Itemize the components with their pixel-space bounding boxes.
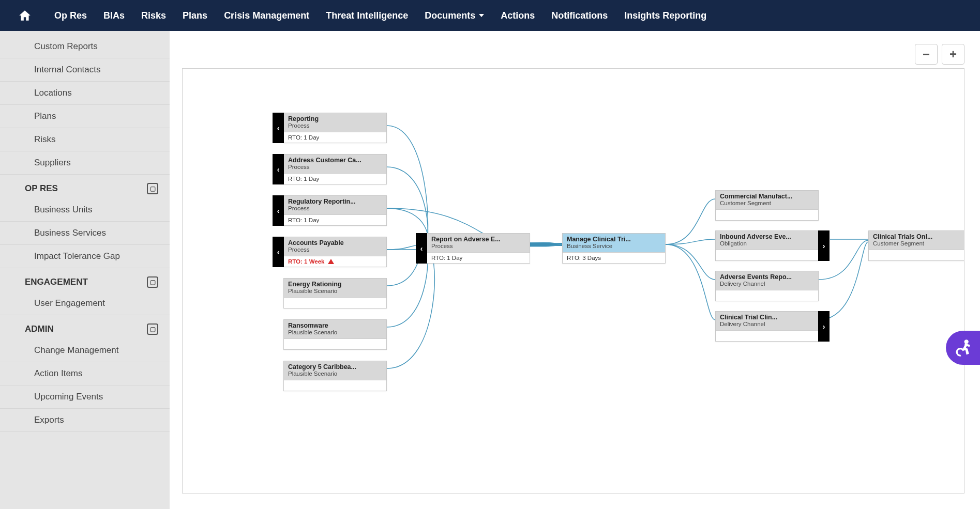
sidebar: Custom Reports Internal Contacts Locatio…	[0, 31, 170, 509]
zoom-out-button[interactable]: −	[915, 44, 938, 65]
accessibility-button[interactable]	[946, 331, 980, 365]
node-clinical-trial-clin[interactable]: Clinical Trial Clin...Delivery Channel ›	[715, 311, 819, 342]
node-reporting[interactable]: ‹ ReportingProcess RTO: 1 Day	[283, 113, 387, 143]
sidebar-item-risks[interactable]: Risks	[0, 128, 170, 151]
node-rto: RTO: 1 Day	[284, 214, 386, 225]
node-rto: RTO: 1 Day	[284, 132, 386, 143]
nav-op-res[interactable]: Op Res	[46, 10, 95, 21]
node-foot-empty	[716, 330, 818, 341]
node-foot-empty	[716, 290, 818, 301]
nav-threat-intelligence[interactable]: Threat Intelligence	[318, 10, 416, 21]
sidebar-item-custom-reports[interactable]: Custom Reports	[0, 35, 170, 58]
nav-bias[interactable]: BIAs	[95, 10, 133, 21]
main-canvas-area: − +	[170, 31, 980, 509]
node-foot-empty	[716, 250, 818, 260]
node-clinical-trials-onl[interactable]: Clinical Trials Onl...Customer Segment	[868, 230, 964, 261]
warning-icon	[328, 259, 334, 264]
node-manage-clinical-trials[interactable]: Manage Clinical Tri...Business Service R…	[562, 233, 666, 264]
sidebar-item-plans[interactable]: Plans	[0, 105, 170, 128]
node-foot-empty	[284, 380, 386, 391]
chevron-down-icon	[479, 14, 484, 17]
expand-left-icon[interactable]: ‹	[273, 113, 284, 143]
diagram-canvas[interactable]: ‹ ReportingProcess RTO: 1 Day ‹ Address …	[182, 68, 964, 493]
sidebar-item-action-items[interactable]: Action Items	[0, 362, 170, 385]
node-foot-empty	[869, 250, 964, 260]
node-ransomware[interactable]: RansomwarePlausible Scenario	[283, 319, 387, 350]
node-adverse-events-repo[interactable]: Adverse Events Repo...Delivery Channel	[715, 271, 819, 301]
node-rto-warning: RTO: 1 Week	[284, 256, 386, 267]
sidebar-item-change-management[interactable]: Change Management	[0, 339, 170, 362]
expand-right-icon[interactable]: ›	[818, 230, 830, 261]
nav-risks[interactable]: Risks	[133, 10, 174, 21]
home-icon[interactable]	[18, 9, 32, 22]
sidebar-section-op-res[interactable]: OP RES ▢	[0, 175, 170, 198]
node-foot-empty	[284, 338, 386, 349]
nav-crisis-management[interactable]: Crisis Management	[216, 10, 318, 21]
sidebar-item-suppliers[interactable]: Suppliers	[0, 151, 170, 175]
sidebar-section-engagement[interactable]: ENGAGEMENT ▢	[0, 268, 170, 292]
node-foot-empty	[284, 297, 386, 308]
node-commercial-manufact[interactable]: Commercial Manufact...Customer Segment	[715, 190, 819, 221]
nav-notifications[interactable]: Notifications	[543, 10, 616, 21]
svg-point-0	[964, 340, 969, 344]
nav-insights-reporting[interactable]: Insights Reporting	[616, 10, 715, 21]
node-energy-rationing[interactable]: Energy RationingPlausible Scenario	[283, 278, 387, 309]
sidebar-item-exports[interactable]: Exports	[0, 409, 170, 432]
top-navbar: Op Res BIAs Risks Plans Crisis Managemen…	[0, 0, 980, 31]
sidebar-section-admin[interactable]: ADMIN ▢	[0, 315, 170, 339]
collapse-icon[interactable]: ▢	[147, 323, 158, 335]
collapse-icon[interactable]: ▢	[147, 276, 158, 288]
node-category-5[interactable]: Category 5 Caribbea...Plausible Scenario	[283, 361, 387, 391]
nav-documents[interactable]: Documents	[416, 10, 492, 21]
sidebar-item-business-units[interactable]: Business Units	[0, 198, 170, 222]
node-accounts-payable[interactable]: ‹ Accounts PayableProcess RTO: 1 Week	[283, 237, 387, 267]
expand-left-icon[interactable]: ‹	[273, 237, 284, 267]
sidebar-item-locations[interactable]: Locations	[0, 82, 170, 105]
zoom-in-button[interactable]: +	[942, 44, 964, 65]
nav-actions[interactable]: Actions	[492, 10, 543, 21]
sidebar-item-impact-tolerance-gap[interactable]: Impact Tolerance Gap	[0, 245, 170, 268]
node-report-adverse-events[interactable]: ‹ Report on Adverse E...Process RTO: 1 D…	[427, 233, 530, 264]
sidebar-item-business-services[interactable]: Business Services	[0, 222, 170, 245]
sidebar-item-internal-contacts[interactable]: Internal Contacts	[0, 58, 170, 82]
expand-right-icon[interactable]: ›	[818, 311, 830, 342]
node-regulatory-reporting[interactable]: ‹ Regulatory Reportin...Process RTO: 1 D…	[283, 195, 387, 226]
accessibility-icon	[953, 337, 973, 358]
nav-plans[interactable]: Plans	[174, 10, 216, 21]
sidebar-item-user-engagement[interactable]: User Engagement	[0, 292, 170, 315]
node-rto: RTO: 3 Days	[563, 252, 665, 263]
node-inbound-adverse[interactable]: Inbound Adverse Eve...Obligation ›	[715, 230, 819, 261]
node-address-customer[interactable]: ‹ Address Customer Ca...Process RTO: 1 D…	[283, 154, 387, 184]
expand-left-icon[interactable]: ‹	[416, 233, 427, 264]
expand-left-icon[interactable]: ‹	[273, 154, 284, 184]
node-rto: RTO: 1 Day	[427, 252, 530, 263]
node-foot-empty	[716, 209, 818, 220]
sidebar-item-upcoming-events[interactable]: Upcoming Events	[0, 385, 170, 409]
node-rto: RTO: 1 Day	[284, 173, 386, 184]
expand-left-icon[interactable]: ‹	[273, 195, 284, 226]
collapse-icon[interactable]: ▢	[147, 183, 158, 194]
